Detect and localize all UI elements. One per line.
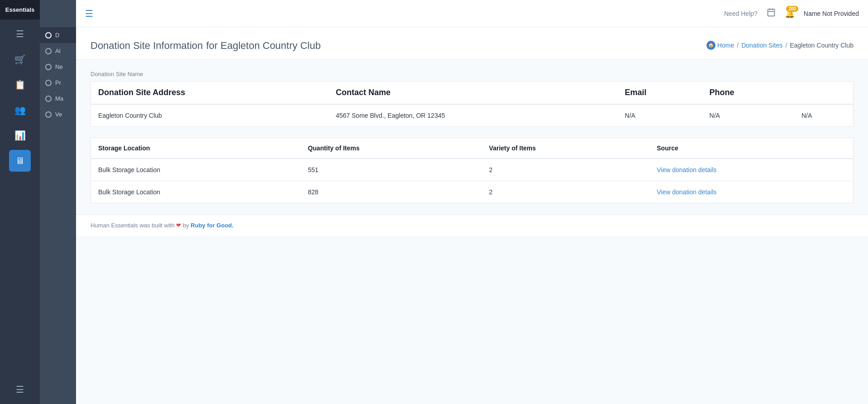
sidebar-item-reports[interactable]: 📋 [9,74,31,96]
menu-bars-icon: ☰ [16,29,24,39]
ruby-for-good-link[interactable]: Ruby for Good. [191,222,234,229]
subnav-panel: D Al Ne Pr Ma Ve [40,0,76,404]
view-donation-details-link-2[interactable]: View donation details [657,188,716,196]
sidebar-item-users[interactable]: 👥 [9,99,31,121]
breadcrumb-home-label: Home [717,42,734,49]
col-site-address: Donation Site Address [91,82,329,105]
radio-circle-ve [45,111,52,118]
subnav-label-all: Al [55,48,61,54]
page-title-suffix: for Eagleton Country Club [206,40,321,51]
page-content: Donation Site Information for Eagleton C… [76,27,868,404]
section-label: Donation Site Name [91,71,854,77]
content-area: Donation Site Name Donation Site Address… [76,60,868,214]
chart-icon: 📊 [14,130,26,141]
user-name-display[interactable]: Name Not Provided [804,10,859,17]
col-storage-location: Storage Location [91,138,301,159]
site-info-row: Eagleton Country Club 4567 Some Blvd., E… [91,104,854,127]
heart-icon: ❤ [176,222,181,229]
storage-row-1: Bulk Storage Location 551 2 View donatio… [91,159,854,181]
subnav-item-d[interactable]: D [40,27,76,43]
home-icon: 🏠 [706,41,715,50]
subnav-label-d: D [55,32,59,38]
clipboard-icon: 📋 [14,79,26,90]
radio-circle-new [45,64,52,70]
storage-source-1: View donation details [649,159,853,181]
page-header: Donation Site Information for Eagleton C… [76,27,868,60]
sidebar-item-dashboard[interactable]: 🖥 [9,150,31,172]
subnav-item-new[interactable]: Ne [40,59,76,75]
site-name-cell: Eagleton Country Club [91,104,329,127]
subnav-label-pr: Pr [55,79,61,86]
radio-circle-d [45,32,52,38]
sidebar: Essentials ☰ 🛒 📋 👥 📊 🖥 ☰ [0,0,40,404]
breadcrumb: 🏠 Home / Donation Sites / Eagleton Count… [706,41,854,50]
storage-variety-2: 2 [482,181,650,203]
notification-badge: 200 [786,6,798,12]
notification-bell[interactable]: 🔔 200 [785,9,795,19]
view-donation-details-link-1[interactable]: View donation details [657,166,716,173]
subnav-label-ve: Ve [55,111,62,118]
breadcrumb-sep-2: / [785,42,787,49]
svg-rect-0 [768,9,774,16]
dashboard-icon: 🖥 [15,156,24,166]
col-phone: Phone [702,82,794,105]
page-title: Donation Site Information for Eagleton C… [91,38,321,52]
sidebar-item-more[interactable]: ☰ [9,379,31,400]
subnav-label-ma: Ma [55,95,63,102]
col-quantity: Quantity of Items [300,138,482,159]
cart-icon: 🛒 [14,54,26,65]
topbar: ☰ Need Help? 🔔 200 Name Not Provided [76,0,868,27]
storage-table: Storage Location Quantity of Items Varie… [91,138,854,203]
breadcrumb-home-link[interactable]: 🏠 Home [706,41,734,50]
radio-circle-all [45,48,52,54]
storage-quantity-2: 828 [300,181,482,203]
subnav-item-pr[interactable]: Pr [40,75,76,91]
subnav-label-new: Ne [55,63,63,70]
topbar-right: Need Help? 🔔 200 Name Not Provided [724,8,859,19]
site-extra-cell: N/A [794,104,854,127]
brand-label: Essentials [0,0,40,19]
footer-text-middle: by [183,222,189,229]
col-contact-name: Contact Name [329,82,618,105]
subnav-item-all[interactable]: Al [40,43,76,59]
footer-text-before: Human Essentials was built with [91,222,175,229]
breadcrumb-sep-1: / [737,42,739,49]
list-icon: ☰ [16,384,24,395]
col-source: Source [649,138,853,159]
site-address-cell: 4567 Some Blvd., Eagleton, OR 12345 [329,104,618,127]
need-help-link[interactable]: Need Help? [724,10,758,17]
users-icon: 👥 [14,105,26,115]
breadcrumb-current: Eagleton Country Club [790,42,854,49]
storage-quantity-1: 551 [300,159,482,181]
breadcrumb-donation-sites-link[interactable]: Donation Sites [741,42,782,49]
sidebar-item-orders[interactable]: 🛒 [9,48,31,70]
footer: Human Essentials was built with ❤ by Rub… [76,214,868,236]
page-title-main: Donation Site Information [91,40,203,51]
col-variety: Variety of Items [482,138,650,159]
site-email-cell: N/A [618,104,702,127]
storage-location-1: Bulk Storage Location [91,159,301,181]
storage-source-2: View donation details [649,181,853,203]
col-extra [794,82,854,105]
subnav-item-ve[interactable]: Ve [40,106,76,122]
sidebar-item-analytics[interactable]: 📊 [9,125,31,146]
main-wrapper: ☰ Need Help? 🔔 200 Name Not Provided Don… [76,0,868,404]
storage-variety-1: 2 [482,159,650,181]
site-phone-cell: N/A [702,104,794,127]
storage-location-2: Bulk Storage Location [91,181,301,203]
col-email: Email [618,82,702,105]
calendar-button[interactable] [767,8,776,19]
storage-row-2: Bulk Storage Location 828 2 View donatio… [91,181,854,203]
radio-circle-pr [45,80,52,86]
radio-circle-ma [45,96,52,102]
hamburger-icon: ☰ [85,9,93,19]
site-info-table: Donation Site Address Contact Name Email… [91,81,854,127]
subnav-item-ma[interactable]: Ma [40,91,76,106]
sidebar-item-menu[interactable]: ☰ [9,23,31,45]
hamburger-button[interactable]: ☰ [85,8,93,19]
